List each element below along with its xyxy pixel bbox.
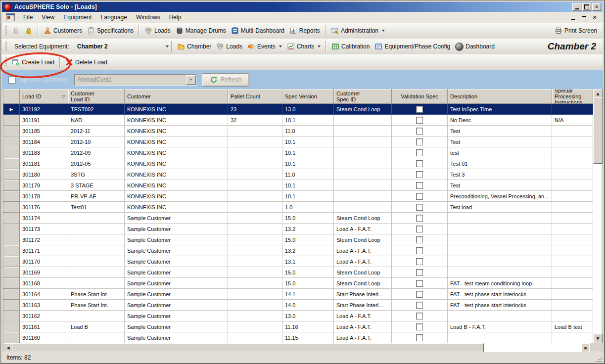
- table-row[interactable]: ▶ 301176 Test01 KONNEXIS INC 1.0 Test lo…: [3, 202, 593, 213]
- table-row[interactable]: ▶ 301173 Sample Customer 13.2 Load A - F…: [3, 224, 593, 234]
- table-row[interactable]: ▶ 301162 Sample Customer 13.0 Load A - F…: [3, 311, 593, 321]
- cell-special-instructions[interactable]: [552, 104, 593, 115]
- cell-customer-spec-id[interactable]: [334, 202, 392, 213]
- cell-customer-spec-id[interactable]: Start Phase Interl...: [334, 300, 392, 311]
- table-row[interactable]: ▶ 301171 Sample Customer 13.2 Load A - F…: [3, 245, 593, 256]
- cell-load-id[interactable]: 301169: [20, 267, 68, 278]
- row-selector[interactable]: ▶: [3, 332, 20, 343]
- row-selector[interactable]: ▶: [3, 278, 20, 289]
- cell-validation-spec[interactable]: [392, 311, 448, 321]
- validation-spec-checkbox[interactable]: [416, 149, 423, 156]
- cell-spec-version[interactable]: 13.1: [282, 256, 334, 267]
- cell-description[interactable]: Test: [448, 136, 552, 147]
- vertical-scrollbar[interactable]: ▲ ▼: [593, 89, 602, 343]
- cell-description[interactable]: Test: [448, 126, 552, 136]
- cell-special-instructions[interactable]: [552, 202, 593, 213]
- cell-pallet-count[interactable]: 23: [228, 104, 282, 115]
- cell-pallet-count[interactable]: [228, 158, 282, 169]
- row-selector[interactable]: ▶: [3, 126, 20, 136]
- cell-spec-version[interactable]: 15.0: [282, 234, 334, 245]
- validation-spec-checkbox[interactable]: [416, 106, 423, 113]
- cell-description[interactable]: [448, 213, 552, 224]
- cell-spec-version[interactable]: 10.1: [282, 180, 334, 191]
- cell-customer-spec-id[interactable]: Load A - F.A.T.: [334, 311, 392, 321]
- cell-special-instructions[interactable]: [552, 126, 593, 136]
- cell-load-id[interactable]: 301173: [20, 224, 68, 234]
- header-load-id[interactable]: Load ID▽: [20, 89, 68, 104]
- cell-customer[interactable]: Sample Customer: [125, 256, 228, 267]
- cell-load-id[interactable]: 301162: [20, 311, 68, 321]
- cell-special-instructions[interactable]: [552, 234, 593, 245]
- validation-spec-checkbox[interactable]: [416, 193, 423, 200]
- row-selector[interactable]: ▶: [3, 136, 20, 147]
- close-button[interactable]: ✕: [592, 3, 601, 11]
- cell-validation-spec[interactable]: [392, 191, 448, 202]
- minimize-button[interactable]: [572, 3, 581, 11]
- validation-spec-checkbox[interactable]: [416, 280, 423, 287]
- cell-pallet-count[interactable]: [228, 213, 282, 224]
- cell-spec-version[interactable]: 13.0: [282, 104, 334, 115]
- cell-description[interactable]: FAT - test phase start interlocks: [448, 289, 552, 300]
- row-selector[interactable]: ▶: [3, 321, 20, 332]
- cell-description[interactable]: [448, 234, 552, 245]
- cell-customer-load-id[interactable]: Load B: [68, 321, 125, 332]
- cell-customer-spec-id[interactable]: [334, 136, 392, 147]
- cell-customer-load-id[interactable]: [68, 245, 125, 256]
- cell-pallet-count[interactable]: [228, 311, 282, 321]
- cell-validation-spec[interactable]: [392, 224, 448, 234]
- table-row[interactable]: ▶ 301164 Phase Start Int. Sample Custome…: [3, 289, 593, 300]
- cell-spec-version[interactable]: 13.2: [282, 224, 334, 234]
- cell-customer[interactable]: Sample Customer: [125, 321, 228, 332]
- cell-customer-load-id[interactable]: Phase Start Int.: [68, 300, 125, 311]
- cell-special-instructions[interactable]: [552, 332, 593, 343]
- cell-customer-load-id[interactable]: 2012-05: [68, 158, 125, 169]
- cell-customer-spec-id[interactable]: [334, 158, 392, 169]
- cell-customer[interactable]: KONNEXIS INC: [125, 136, 228, 147]
- cell-customer-load-id[interactable]: 3 STAGE: [68, 180, 125, 191]
- cell-pallet-count[interactable]: [228, 245, 282, 256]
- cell-special-instructions[interactable]: [552, 311, 593, 321]
- table-row[interactable]: ▶ 301184 2012-10 KONNEXIS INC 10.1 Test: [3, 136, 593, 147]
- customer-combobox-dropdown-button[interactable]: [186, 75, 196, 85]
- table-row[interactable]: ▶ 301168 Sample Customer 15.0 Steam Cond…: [3, 278, 593, 289]
- cell-customer-load-id[interactable]: Test01: [68, 202, 125, 213]
- cell-pallet-count[interactable]: [228, 147, 282, 158]
- header-description[interactable]: Description: [448, 89, 552, 104]
- mdi-restore-button[interactable]: [580, 14, 587, 20]
- mdi-minimize-button[interactable]: [569, 14, 576, 20]
- cell-validation-spec[interactable]: [392, 180, 448, 191]
- dashboard-button[interactable]: Dashboard: [453, 41, 497, 52]
- row-selector[interactable]: ▶: [3, 115, 20, 126]
- cell-spec-version[interactable]: 15.0: [282, 213, 334, 224]
- cell-description[interactable]: Load B - F.A.T.: [448, 321, 552, 332]
- cell-special-instructions[interactable]: [552, 267, 593, 278]
- cell-validation-spec[interactable]: [392, 234, 448, 245]
- cell-customer-spec-id[interactable]: [334, 147, 392, 158]
- cell-description[interactable]: FAT - test steam conditioning loop: [448, 278, 552, 289]
- row-selector[interactable]: ▶: [3, 180, 20, 191]
- cell-spec-version[interactable]: 10.1: [282, 191, 334, 202]
- cell-pallet-count[interactable]: 32: [228, 115, 282, 126]
- cell-description[interactable]: Test 01: [448, 158, 552, 169]
- vertical-scroll-thumb[interactable]: [593, 97, 603, 164]
- cell-special-instructions[interactable]: [552, 224, 593, 234]
- cell-spec-version[interactable]: 10.1: [282, 136, 334, 147]
- table-row[interactable]: ▶ 301183 2012-09 KONNEXIS INC 10.1 test: [3, 147, 593, 158]
- cell-customer[interactable]: Sample Customer: [125, 245, 228, 256]
- cell-spec-version[interactable]: 13.0: [282, 311, 334, 321]
- cell-customer[interactable]: Sample Customer: [125, 332, 228, 343]
- validation-spec-checkbox[interactable]: [416, 204, 423, 211]
- cell-load-id[interactable]: 301171: [20, 245, 68, 256]
- cell-customer-load-id[interactable]: [68, 332, 125, 343]
- cell-customer[interactable]: Sample Customer: [125, 300, 228, 311]
- cell-description[interactable]: Test InSpec Time: [448, 104, 552, 115]
- validation-spec-checkbox[interactable]: [416, 215, 423, 222]
- cell-validation-spec[interactable]: [392, 289, 448, 300]
- manage-drums-button[interactable]: Manage Drums: [173, 25, 229, 36]
- cell-validation-spec[interactable]: [392, 169, 448, 180]
- menu-item-equipment[interactable]: Equipment: [59, 12, 96, 22]
- menu-item-help[interactable]: Help: [165, 12, 186, 22]
- table-row[interactable]: ▶ 301178 PR-VP-AE KONNEXIS INC 10.1 Prec…: [3, 191, 593, 202]
- cell-customer[interactable]: Sample Customer: [125, 267, 228, 278]
- cell-customer-spec-id[interactable]: Steam Cond Loop: [334, 267, 392, 278]
